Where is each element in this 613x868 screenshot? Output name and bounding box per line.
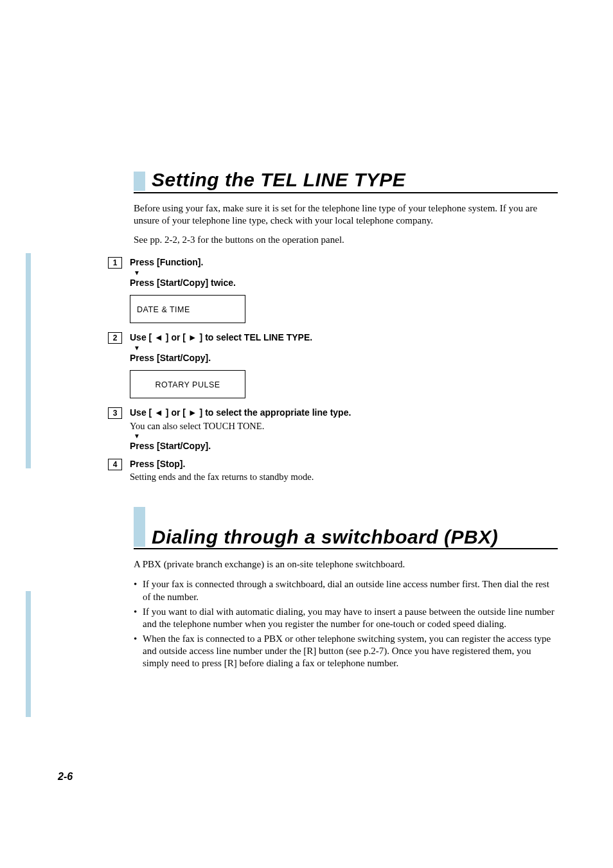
steps-list: 1 Press [Function]. ▼ Press [Start/Copy]…: [130, 257, 558, 483]
lcd-display: DATE & TIME: [130, 295, 245, 323]
step-instruction: Press [Stop].: [130, 459, 558, 470]
page-number: 2-6: [58, 771, 73, 783]
step-3: 3 Use [ ◄ ] or [ ► ] to select the appro…: [130, 407, 558, 452]
section-title-2: Dialing through a switchboard (PBX): [152, 527, 498, 547]
step-instruction: Use [ ◄ ] or [ ► ] to select the appropr…: [130, 407, 558, 419]
section-heading-1: Setting the TEL LINE TYPE: [134, 169, 558, 193]
section2-intro: A PBX (private branch exchange) is an on…: [134, 558, 558, 571]
list-item: If you want to dial with automatic diali…: [134, 606, 558, 630]
down-arrow-icon: ▼: [134, 345, 558, 351]
step-1: 1 Press [Function]. ▼ Press [Start/Copy]…: [130, 257, 558, 323]
down-arrow-icon: ▼: [134, 270, 558, 276]
heading-marker-icon: [134, 172, 145, 191]
step-subtext: Setting ends and the fax returns to stan…: [130, 471, 558, 483]
lcd-text: ROTARY PULSE: [155, 380, 220, 389]
section-heading-2: Dialing through a switchboard (PBX): [134, 507, 558, 549]
decorative-vertical-bar-1: [26, 253, 31, 468]
lcd-display: ROTARY PULSE: [130, 370, 245, 398]
down-arrow-icon: ▼: [134, 433, 558, 439]
lcd-text: DATE & TIME: [137, 305, 190, 314]
step-number: 4: [108, 459, 122, 470]
step-instruction: Press [Start/Copy].: [130, 353, 558, 364]
step-number: 2: [108, 332, 122, 344]
step-number: 3: [108, 407, 122, 419]
step-subtext: You can also select TOUCH TONE.: [130, 420, 558, 432]
step-instruction: Use [ ◄ ] or [ ► ] to select TEL LINE TY…: [130, 332, 558, 344]
step-4: 4 Press [Stop]. Setting ends and the fax…: [130, 459, 558, 483]
list-item: When the fax is connected to a PBX or ot…: [134, 633, 558, 670]
section1-intro: Before using your fax, make sure it is s…: [134, 202, 558, 227]
step-2: 2 Use [ ◄ ] or [ ► ] to select TEL LINE …: [130, 332, 558, 398]
section-title-1: Setting the TEL LINE TYPE: [152, 169, 405, 191]
heading-marker-icon: [134, 507, 145, 547]
step-instruction: Press [Start/Copy] twice.: [130, 278, 558, 289]
list-item: If your fax is connected through a switc…: [134, 578, 558, 603]
step-instruction: Press [Function].: [130, 257, 558, 269]
step-instruction: Press [Start/Copy].: [130, 441, 558, 452]
bullet-list: If your fax is connected through a switc…: [134, 578, 558, 669]
decorative-vertical-bar-2: [26, 591, 31, 717]
section1-see-ref: See pp. 2-2, 2-3 for the buttons on the …: [134, 235, 558, 245]
step-number: 1: [108, 257, 122, 269]
